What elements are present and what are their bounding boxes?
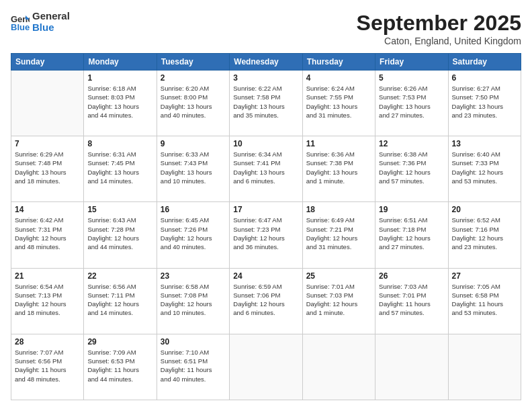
month-title: September 2025 — [357, 11, 521, 36]
weekday-header: Monday — [84, 54, 157, 71]
calendar-day-cell: 22Sunrise: 6:56 AM Sunset: 7:11 PM Dayli… — [84, 268, 157, 334]
calendar-day-cell: 1Sunrise: 6:18 AM Sunset: 8:03 PM Daylig… — [84, 71, 157, 136]
calendar-day-cell: 26Sunrise: 7:03 AM Sunset: 7:01 PM Dayli… — [375, 268, 448, 334]
day-number: 4 — [306, 73, 371, 83]
calendar-day-cell: 6Sunrise: 6:27 AM Sunset: 7:50 PM Daylig… — [448, 71, 521, 136]
calendar-week-row: 7Sunrise: 6:29 AM Sunset: 7:48 PM Daylig… — [11, 136, 521, 202]
calendar-day-cell: 29Sunrise: 7:09 AM Sunset: 6:53 PM Dayli… — [84, 334, 157, 400]
page-header: General Blue General Blue September 2025… — [11, 11, 521, 46]
day-detail: Sunrise: 6:59 AM Sunset: 7:06 PM Dayligh… — [233, 282, 298, 318]
day-detail: Sunrise: 6:43 AM Sunset: 7:28 PM Dayligh… — [87, 216, 152, 251]
day-number: 3 — [233, 73, 298, 83]
calendar-day-cell: 24Sunrise: 6:59 AM Sunset: 7:06 PM Dayli… — [230, 268, 302, 334]
day-number: 19 — [379, 205, 444, 214]
day-number: 9 — [161, 139, 226, 148]
calendar-day-cell: 10Sunrise: 6:34 AM Sunset: 7:41 PM Dayli… — [230, 136, 302, 202]
day-detail: Sunrise: 7:10 AM Sunset: 6:51 PM Dayligh… — [161, 348, 226, 383]
day-detail: Sunrise: 6:34 AM Sunset: 7:41 PM Dayligh… — [233, 150, 298, 185]
calendar-table: SundayMondayTuesdayWednesdayThursdayFrid… — [11, 53, 521, 400]
calendar-day-cell — [230, 334, 302, 400]
day-number: 27 — [452, 271, 517, 281]
day-detail: Sunrise: 7:07 AM Sunset: 6:56 PM Dayligh… — [15, 348, 80, 383]
weekday-header: Sunday — [11, 54, 84, 71]
calendar-day-cell: 25Sunrise: 7:01 AM Sunset: 7:03 PM Dayli… — [302, 268, 375, 334]
calendar-week-row: 21Sunrise: 6:54 AM Sunset: 7:13 PM Dayli… — [11, 268, 521, 334]
logo-line1: General — [32, 11, 70, 22]
calendar-day-cell: 28Sunrise: 7:07 AM Sunset: 6:56 PM Dayli… — [11, 334, 84, 400]
logo-text: General Blue — [32, 11, 70, 33]
calendar-day-cell: 4Sunrise: 6:24 AM Sunset: 7:55 PM Daylig… — [302, 71, 375, 136]
calendar-day-cell: 14Sunrise: 6:42 AM Sunset: 7:31 PM Dayli… — [11, 202, 84, 268]
day-number: 18 — [306, 205, 371, 214]
calendar-day-cell: 27Sunrise: 7:05 AM Sunset: 6:58 PM Dayli… — [448, 268, 521, 334]
day-number: 7 — [15, 139, 80, 148]
calendar-day-cell: 19Sunrise: 6:51 AM Sunset: 7:18 PM Dayli… — [375, 202, 448, 268]
day-detail: Sunrise: 6:36 AM Sunset: 7:38 PM Dayligh… — [306, 150, 371, 185]
day-detail: Sunrise: 6:24 AM Sunset: 7:55 PM Dayligh… — [306, 84, 371, 120]
day-number: 30 — [161, 337, 226, 347]
calendar-day-cell: 11Sunrise: 6:36 AM Sunset: 7:38 PM Dayli… — [302, 136, 375, 202]
day-number: 5 — [379, 73, 444, 83]
weekday-header: Friday — [375, 54, 448, 71]
weekday-header: Tuesday — [157, 54, 229, 71]
day-number: 8 — [87, 139, 152, 148]
calendar-day-cell: 16Sunrise: 6:45 AM Sunset: 7:26 PM Dayli… — [157, 202, 229, 268]
day-number: 22 — [87, 271, 152, 281]
calendar-day-cell — [448, 334, 521, 400]
day-number: 11 — [306, 139, 371, 148]
day-detail: Sunrise: 6:54 AM Sunset: 7:13 PM Dayligh… — [15, 282, 80, 318]
calendar-day-cell: 7Sunrise: 6:29 AM Sunset: 7:48 PM Daylig… — [11, 136, 84, 202]
calendar-day-cell: 21Sunrise: 6:54 AM Sunset: 7:13 PM Dayli… — [11, 268, 84, 334]
day-detail: Sunrise: 6:18 AM Sunset: 8:03 PM Dayligh… — [87, 84, 152, 120]
day-detail: Sunrise: 6:49 AM Sunset: 7:21 PM Dayligh… — [306, 216, 371, 251]
day-detail: Sunrise: 6:56 AM Sunset: 7:11 PM Dayligh… — [87, 282, 152, 318]
calendar-day-cell — [375, 334, 448, 400]
calendar-week-row: 28Sunrise: 7:07 AM Sunset: 6:56 PM Dayli… — [11, 334, 521, 400]
logo-line2: Blue — [32, 22, 70, 34]
day-number: 12 — [379, 139, 444, 148]
day-detail: Sunrise: 7:03 AM Sunset: 7:01 PM Dayligh… — [379, 282, 444, 318]
weekday-header-row: SundayMondayTuesdayWednesdayThursdayFrid… — [11, 54, 521, 71]
day-number: 25 — [306, 271, 371, 281]
calendar-day-cell: 23Sunrise: 6:58 AM Sunset: 7:08 PM Dayli… — [157, 268, 229, 334]
calendar-day-cell: 13Sunrise: 6:40 AM Sunset: 7:33 PM Dayli… — [448, 136, 521, 202]
day-number: 13 — [452, 139, 517, 148]
day-detail: Sunrise: 6:40 AM Sunset: 7:33 PM Dayligh… — [452, 150, 517, 185]
calendar-day-cell: 8Sunrise: 6:31 AM Sunset: 7:45 PM Daylig… — [84, 136, 157, 202]
day-number: 6 — [452, 73, 517, 83]
day-detail: Sunrise: 6:45 AM Sunset: 7:26 PM Dayligh… — [161, 216, 226, 251]
logo: General Blue General Blue — [11, 11, 70, 33]
calendar-day-cell: 2Sunrise: 6:20 AM Sunset: 8:00 PM Daylig… — [157, 71, 229, 136]
svg-text:Blue: Blue — [11, 22, 30, 32]
day-number: 24 — [233, 271, 298, 281]
location-subtitle: Caton, England, United Kingdom — [357, 36, 521, 46]
calendar-week-row: 14Sunrise: 6:42 AM Sunset: 7:31 PM Dayli… — [11, 202, 521, 268]
calendar-day-cell: 17Sunrise: 6:47 AM Sunset: 7:23 PM Dayli… — [230, 202, 302, 268]
day-number: 20 — [452, 205, 517, 214]
day-detail: Sunrise: 6:52 AM Sunset: 7:16 PM Dayligh… — [452, 216, 517, 251]
calendar-day-cell: 9Sunrise: 6:33 AM Sunset: 7:43 PM Daylig… — [157, 136, 229, 202]
day-number: 14 — [15, 205, 80, 214]
weekday-header: Saturday — [448, 54, 521, 71]
day-number: 10 — [233, 139, 298, 148]
day-number: 2 — [161, 73, 226, 83]
calendar-day-cell: 20Sunrise: 6:52 AM Sunset: 7:16 PM Dayli… — [448, 202, 521, 268]
title-block: September 2025 Caton, England, United Ki… — [357, 11, 521, 46]
day-number: 15 — [87, 205, 152, 214]
calendar-day-cell: 5Sunrise: 6:26 AM Sunset: 7:53 PM Daylig… — [375, 71, 448, 136]
day-detail: Sunrise: 6:26 AM Sunset: 7:53 PM Dayligh… — [379, 84, 444, 120]
calendar-day-cell — [302, 334, 375, 400]
day-detail: Sunrise: 6:29 AM Sunset: 7:48 PM Dayligh… — [15, 150, 80, 185]
day-number: 23 — [161, 271, 226, 281]
day-number: 17 — [233, 205, 298, 214]
calendar-day-cell: 30Sunrise: 7:10 AM Sunset: 6:51 PM Dayli… — [157, 334, 229, 400]
day-detail: Sunrise: 6:22 AM Sunset: 7:58 PM Dayligh… — [233, 84, 298, 120]
weekday-header: Wednesday — [230, 54, 302, 71]
day-detail: Sunrise: 6:51 AM Sunset: 7:18 PM Dayligh… — [379, 216, 444, 251]
day-number: 26 — [379, 271, 444, 281]
weekday-header: Thursday — [302, 54, 375, 71]
day-detail: Sunrise: 6:38 AM Sunset: 7:36 PM Dayligh… — [379, 150, 444, 185]
day-detail: Sunrise: 6:27 AM Sunset: 7:50 PM Dayligh… — [452, 84, 517, 120]
day-detail: Sunrise: 7:01 AM Sunset: 7:03 PM Dayligh… — [306, 282, 371, 318]
day-detail: Sunrise: 7:05 AM Sunset: 6:58 PM Dayligh… — [452, 282, 517, 318]
